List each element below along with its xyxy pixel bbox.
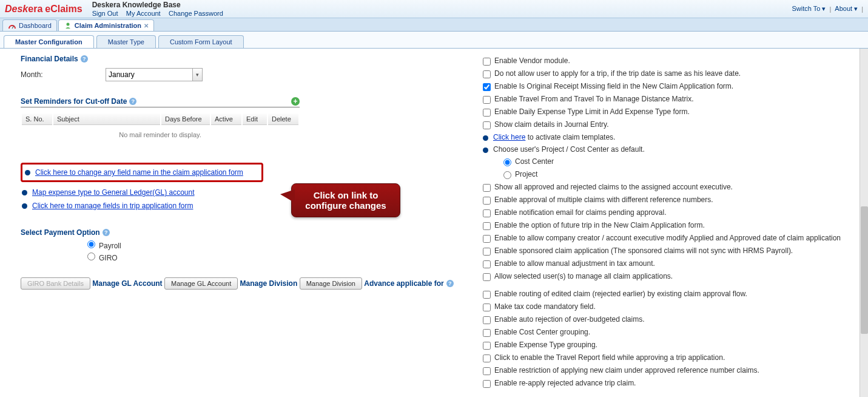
sign-out-link[interactable]: Sign Out (92, 10, 118, 17)
header-left: Deskera Knowledge Base Sign Out My Accou… (92, 1, 229, 18)
opt-label: Enable to allow company creator / accoun… (494, 234, 841, 242)
future-trip-checkbox[interactable] (483, 222, 491, 230)
activate-templates-link[interactable]: Click here (493, 133, 525, 141)
window-tabs: Dashboard Claim Administration ✕ (0, 18, 868, 32)
col-active: Active (211, 114, 241, 125)
kb-title: Deskera Knowledge Base (92, 1, 229, 9)
tab-claim-admin[interactable]: Claim Administration ✕ (58, 19, 154, 31)
no-trip-leave-checkbox[interactable] (483, 70, 491, 78)
modify-dates-checkbox[interactable] (483, 235, 491, 243)
manage-division-button[interactable]: Manage Division (300, 277, 362, 290)
restrict-new-claim-checkbox[interactable] (483, 367, 491, 375)
reapply-rejected-checkbox[interactable] (483, 380, 491, 388)
highlighted-link: Click here to change any field name in t… (21, 163, 263, 182)
map-expense-link[interactable]: Map expense type to General Ledger(GL) a… (32, 188, 195, 197)
content: Financial Details? Month: ▾ Set Reminder… (0, 49, 868, 397)
opt-label: Do not allow user to apply for a trip, i… (494, 69, 741, 78)
expense-type-group-checkbox[interactable] (483, 342, 491, 350)
my-account-link[interactable]: My Account (126, 10, 161, 17)
cost-center-radio[interactable] (503, 158, 511, 166)
opt-label: Enable routing of edited claim (rejected… (494, 290, 747, 298)
opt-label: Enable auto rejection of over-budgeted c… (494, 315, 644, 324)
opt-label: Enable re-apply rejected advance trip cl… (494, 379, 636, 387)
journal-entry-checkbox[interactable] (483, 121, 491, 129)
col-edit: Edit (243, 114, 267, 125)
opt-label: Enable notification email for claims pen… (494, 208, 667, 217)
col-sno: S. No. (22, 114, 52, 125)
change-field-name-link[interactable]: Click here to change any field name in t… (35, 168, 243, 177)
col-delete: Delete (268, 114, 298, 125)
notification-email-checkbox[interactable] (483, 209, 491, 217)
tab-dashboard[interactable]: Dashboard (2, 19, 57, 31)
help-icon[interactable]: ? (446, 280, 454, 287)
add-icon[interactable]: + (291, 97, 300, 106)
switch-to-link[interactable]: Switch To ▾ (792, 5, 826, 13)
opt-label: Cost Center (515, 157, 554, 166)
opt-label: Choose user's Project / Cost Center as d… (493, 145, 645, 154)
opt-label: Enable restriction of applying new claim… (494, 366, 759, 375)
cost-center-group-checkbox[interactable] (483, 329, 491, 337)
sponsored-claim-checkbox[interactable] (483, 248, 491, 256)
subtab-master-config[interactable]: Master Configuration (4, 35, 94, 48)
selected-users-checkbox[interactable] (483, 273, 491, 281)
opt-label: to activate claim templates. (525, 133, 615, 141)
sub-tabs: Master Configuration Master Type Custom … (0, 32, 868, 49)
help-icon[interactable]: ? (81, 55, 88, 63)
close-icon[interactable]: ✕ (144, 22, 149, 29)
project-radio[interactable] (503, 171, 511, 179)
month-label: Month: (21, 70, 106, 79)
opt-label: Enable Cost Center grouping. (494, 328, 590, 336)
giro-radio[interactable] (87, 253, 95, 260)
tax-mandatory-checkbox[interactable] (483, 304, 491, 311)
subtab-master-type[interactable]: Master Type (96, 35, 156, 48)
opt-label: Show claim details in Journal Entry. (494, 120, 609, 129)
opt-label: Project (515, 170, 537, 178)
month-select[interactable]: ▾ (106, 68, 203, 81)
scrollbar[interactable] (860, 49, 868, 397)
help-icon[interactable]: ? (129, 98, 136, 105)
callout-line2: configure changes (304, 200, 388, 211)
header-links: Sign Out My Account Change Password (92, 9, 229, 18)
payroll-radio-label[interactable]: Payroll (87, 239, 473, 251)
manage-trip-fields-link[interactable]: Click here to manage fields in trip appl… (32, 202, 193, 210)
manage-gl-title: Manage GL Account (92, 279, 162, 288)
app-header: DeskeraeClaims Deskera Knowledge Base Si… (0, 0, 868, 18)
manual-tax-checkbox[interactable] (483, 260, 491, 268)
change-password-link[interactable]: Change Password (169, 10, 223, 17)
opt-label: Enable Expense Type grouping. (494, 341, 597, 349)
giro-radio-label[interactable]: GIRO (87, 251, 473, 263)
scrollbar-thumb[interactable] (861, 206, 868, 334)
original-receipt-checkbox[interactable] (483, 83, 491, 91)
travel-from-to-checkbox[interactable] (483, 96, 491, 104)
tab-claim-admin-label: Claim Administration (75, 22, 141, 29)
opt-label: Click to enable the Travel Report field … (494, 353, 725, 362)
payroll-radio[interactable] (87, 240, 95, 248)
daily-limit-checkbox[interactable] (483, 109, 491, 117)
routing-edited-checkbox[interactable] (483, 291, 491, 299)
manage-gl-button[interactable]: Manage GL Account (164, 277, 238, 290)
about-link[interactable]: About ▾ (835, 5, 858, 13)
subtab-custom-form[interactable]: Custom Form Layout (158, 35, 244, 48)
enable-vendor-checkbox[interactable] (483, 58, 491, 66)
help-icon[interactable]: ? (103, 229, 110, 236)
auto-rejection-checkbox[interactable] (483, 316, 491, 324)
multi-claim-approval-checkbox[interactable] (483, 197, 491, 205)
bullet-icon (483, 135, 488, 141)
col-days-before: Days Before (161, 114, 210, 125)
opt-label: Enable the option of future trip in the … (494, 221, 705, 229)
logo: DeskeraeClaims (5, 4, 82, 15)
opt-label: Enable Vendor module. (494, 56, 570, 65)
opt-label: Allow selected user(s) to manage all cla… (494, 272, 673, 280)
bullet-icon (22, 203, 27, 209)
advance-applicable-title: Advance applicable for? (364, 279, 453, 288)
svg-point-1 (66, 23, 69, 26)
left-pane: Financial Details? Month: ▾ Set Reminder… (0, 49, 473, 397)
travel-report-checkbox[interactable] (483, 355, 491, 362)
show-approved-rejected-checkbox[interactable] (483, 184, 491, 192)
user-icon (64, 21, 72, 30)
chevron-down-icon[interactable]: ▾ (192, 69, 202, 81)
month-input[interactable] (106, 68, 203, 81)
giro-bank-details-button: GIRO Bank Details (21, 277, 90, 290)
bullet-icon (483, 148, 488, 153)
opt-label: Make tax code mandatory field. (494, 302, 596, 311)
